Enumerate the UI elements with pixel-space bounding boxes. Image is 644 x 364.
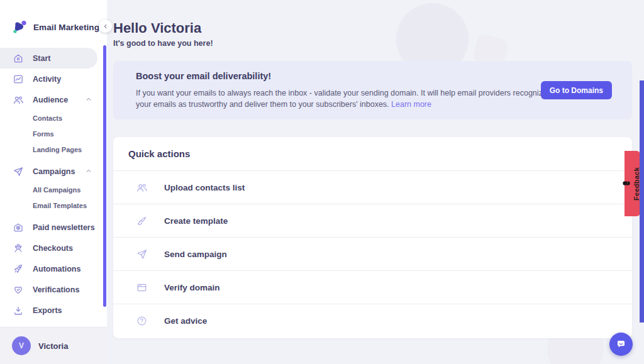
sidebar-scrollbar[interactable] [103, 45, 106, 307]
main-content: Hello Victoria It's good to have you her… [107, 0, 644, 364]
sidebar-subitem-label: All Campaigns [33, 186, 80, 194]
learn-more-link[interactable]: Learn more [391, 100, 431, 109]
chevron-up-icon[interactable] [86, 96, 92, 102]
page-scrollbar[interactable] [640, 80, 644, 323]
sidebar-item-label: Paid newsletters [33, 223, 95, 232]
question-circle-icon [136, 315, 148, 327]
deliverability-banner: Boost your email deliverability! If you … [113, 61, 632, 119]
avatar: V [12, 336, 31, 355]
sidebar-item-campaigns[interactable]: Campaigns [0, 161, 107, 182]
home-icon [13, 53, 24, 64]
sidebar-subitem-label: Forms [33, 130, 54, 138]
envelope-dollar-icon [13, 222, 24, 233]
sidebar-item-exports[interactable]: Exports [0, 300, 107, 321]
sidebar-subitem-contacts[interactable]: Contacts [0, 110, 107, 126]
quick-action-upload-contacts[interactable]: Upload contacts list [113, 171, 632, 204]
sidebar-item-activity[interactable]: Activity [0, 69, 107, 89]
sidebar-collapse-button[interactable] [99, 19, 112, 33]
quick-actions-title: Quick actions [128, 148, 190, 159]
hand-coins-icon [13, 243, 24, 254]
quick-actions-header: Quick actions [113, 137, 632, 171]
sidebar-item-label: Verifications [33, 285, 79, 294]
sidebar-subitem-email-templates[interactable]: Email Templates [0, 197, 107, 213]
browser-window-icon [136, 282, 148, 294]
chat-bubble-icon [615, 338, 627, 350]
quick-action-label: Upload contacts list [164, 183, 245, 192]
quick-action-label: Create template [164, 216, 228, 226]
user-name: Victoria [38, 341, 68, 351]
paper-plane-icon [136, 248, 148, 260]
banner-body-text: If you want your emails to always reach … [136, 89, 547, 109]
sidebar-subitem-forms[interactable]: Forms [0, 126, 107, 141]
brand-header: Email Marketing [0, 0, 107, 36]
sidebar-item-label: Audience [33, 96, 68, 104]
heart-check-icon [13, 284, 24, 295]
quick-actions-card: Quick actions Upload contacts list Creat… [113, 137, 632, 338]
users-icon [136, 182, 148, 194]
sidebar-item-label: Exports [33, 306, 62, 315]
sidebar-item-label: Start [33, 54, 50, 63]
sidebar-subitem-label: Contacts [33, 114, 62, 122]
sidebar-item-checkouts[interactable]: Checkouts [0, 238, 107, 258]
sidebar-item-label: Activity [33, 75, 61, 84]
quick-action-verify-domain[interactable]: Verify domain [113, 271, 632, 304]
chevron-left-icon [103, 23, 109, 30]
download-icon [13, 305, 24, 316]
quick-action-label: Send campaign [164, 250, 227, 259]
quick-action-label: Verify domain [164, 283, 220, 292]
banner-body: If you want your emails to always reach … [136, 87, 548, 110]
sidebar-subitem-all-campaigns[interactable]: All Campaigns [0, 182, 107, 197]
sidebar-item-audience[interactable]: Audience [0, 89, 107, 110]
quick-action-create-template[interactable]: Create template [113, 204, 632, 238]
sidebar-subitem-label: Email Templates [33, 202, 87, 209]
sidebar-item-label: Automations [33, 265, 80, 273]
sidebar-subitem-label: Landing Pages [33, 146, 82, 153]
users-icon [13, 94, 24, 106]
sidebar-nav: Start Activity Audience Contacts Forms L… [0, 48, 107, 321]
sidebar-item-label: Campaigns [33, 167, 75, 176]
sidebar: Email Marketing Start Activity Audience … [0, 0, 107, 364]
quick-action-get-advice[interactable]: Get advice [113, 304, 632, 338]
feedback-tab[interactable]: Feedback [625, 151, 640, 216]
sidebar-item-verifications[interactable]: Verifications [0, 279, 107, 300]
brand-name: Email Marketing [33, 23, 99, 32]
sidebar-item-label: Checkouts [33, 244, 73, 253]
brand-logo-icon [11, 19, 28, 35]
sidebar-subitem-landing-pages[interactable]: Landing Pages [0, 141, 107, 157]
banner-title: Boost your email deliverability! [136, 71, 271, 81]
sidebar-item-automations[interactable]: Automations [0, 258, 107, 279]
page-subtitle: It's good to have you here! [113, 39, 213, 48]
paper-plane-icon [13, 166, 24, 177]
sidebar-item-paid-newsletters[interactable]: Paid newsletters [0, 217, 107, 238]
chevron-up-icon[interactable] [86, 168, 92, 174]
sidebar-user-footer[interactable]: V Victoria [0, 327, 107, 364]
quick-action-label: Get advice [164, 316, 207, 326]
brush-icon [136, 215, 148, 227]
rocket-icon [13, 263, 24, 275]
go-to-domains-button[interactable]: Go to Domains [541, 81, 612, 99]
page-title: Hello Victoria [113, 20, 201, 36]
sidebar-item-start[interactable]: Start [0, 48, 97, 69]
chat-widget-button[interactable] [609, 333, 633, 356]
activity-icon [13, 74, 24, 85]
quick-action-send-campaign[interactable]: Send campaign [113, 238, 632, 271]
feedback-chat-icon [623, 182, 630, 185]
